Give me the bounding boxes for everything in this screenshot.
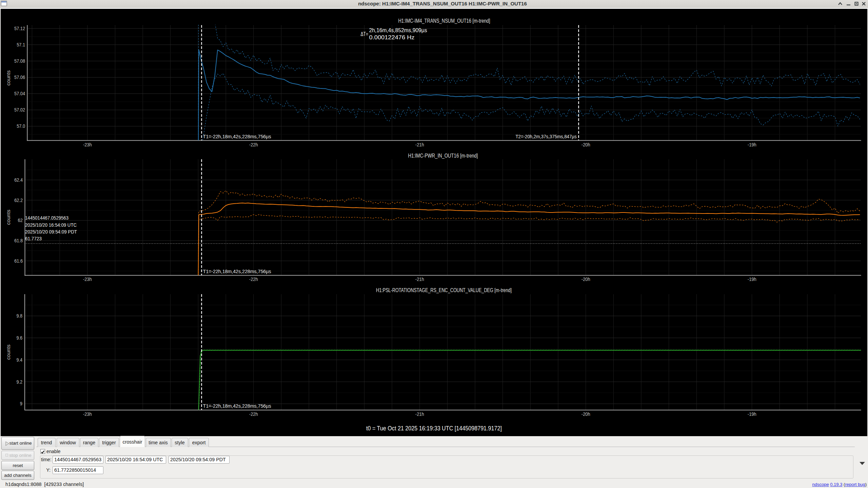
svg-text:-20h: -20h: [581, 142, 590, 147]
svg-text:-22h: -22h: [249, 276, 258, 282]
svg-text:-21h: -21h: [415, 142, 424, 147]
svg-text:counts: counts: [5, 210, 11, 225]
svg-text:57.1: 57.1: [17, 42, 25, 47]
svg-text:T1=-22h,18m,42s,228ms,756µs: T1=-22h,18m,42s,228ms,756µs: [203, 403, 271, 409]
svg-text:57.06: 57.06: [14, 74, 25, 80]
svg-text:57.02: 57.02: [14, 107, 25, 113]
svg-text:62.2: 62.2: [14, 197, 23, 203]
svg-text:57.0: 57.0: [17, 123, 25, 129]
svg-text:2025/10/20 16:54:09 UTC: 2025/10/20 16:54:09 UTC: [25, 222, 77, 228]
svg-text:-19h: -19h: [748, 276, 756, 282]
svg-text:T2=-20h,2m,37s,375ms,847µs: T2=-20h,2m,37s,375ms,847µs: [516, 134, 577, 139]
svg-text:2025/10/20 09:54:09 PDT: 2025/10/20 09:54:09 PDT: [25, 229, 77, 235]
svg-text:-21h: -21h: [415, 276, 424, 282]
svg-text:-21h: -21h: [415, 411, 424, 417]
svg-text:-23h: -23h: [83, 276, 92, 282]
svg-text:H1:PSL-ROTATIONSTAGE_RS_ENC_CO: H1:PSL-ROTATIONSTAGE_RS_ENC_COUNT_VALUE_…: [376, 287, 512, 293]
svg-text:-23h: -23h: [83, 411, 92, 417]
svg-text:counts: counts: [5, 345, 11, 360]
svg-text:-20h: -20h: [581, 411, 590, 417]
svg-text:62.4: 62.4: [14, 177, 23, 183]
svg-text:t0 = Tue Oct 21 2025 16:19:33: t0 = Tue Oct 21 2025 16:19:33 UTC [14450…: [366, 425, 502, 432]
svg-text:9: 9: [20, 401, 22, 406]
svg-text:0.000122476 Hz: 0.000122476 Hz: [369, 34, 415, 40]
svg-text:1445014467.0529563: 1445014467.0529563: [25, 215, 68, 221]
svg-text:T1=-22h,18m,42s,228ms,756µs: T1=-22h,18m,42s,228ms,756µs: [203, 134, 271, 139]
svg-text:61.8: 61.8: [14, 238, 23, 243]
svg-text:9.2: 9.2: [16, 379, 22, 385]
svg-text:H1:IMC-PWR_IN_OUT16 [m-trend]: H1:IMC-PWR_IN_OUT16 [m-trend]: [408, 152, 478, 159]
svg-text:-20h: -20h: [581, 276, 590, 282]
svg-text:-22h: -22h: [249, 142, 258, 147]
svg-text:57.08: 57.08: [14, 58, 25, 64]
svg-text:-19h: -19h: [748, 411, 756, 417]
svg-text:2h,16m,4s,852ms,909µs: 2h,16m,4s,852ms,909µs: [369, 27, 427, 33]
svg-text:H1:IMC-IM4_TRANS_NSUM_OUT16 [m: H1:IMC-IM4_TRANS_NSUM_OUT16 [m-trend]: [398, 18, 490, 24]
svg-text:62: 62: [18, 217, 23, 223]
svg-text:counts: counts: [5, 70, 11, 86]
svg-text:-22h: -22h: [249, 411, 258, 417]
svg-text:9.6: 9.6: [16, 335, 22, 341]
svg-text:9.4: 9.4: [16, 357, 22, 363]
svg-text:57.04: 57.04: [14, 90, 25, 96]
svg-text:ΔT=: ΔT=: [361, 31, 369, 37]
svg-text:-23h: -23h: [83, 142, 92, 147]
svg-text:9.8: 9.8: [16, 313, 22, 319]
svg-text:61.6: 61.6: [14, 258, 23, 264]
svg-text:57.12: 57.12: [14, 25, 25, 31]
svg-text:-19h: -19h: [748, 142, 756, 147]
svg-text:T1=-22h,18m,42s,228ms,756µs: T1=-22h,18m,42s,228ms,756µs: [203, 268, 271, 274]
svg-text:61.7723: 61.7723: [25, 236, 42, 241]
